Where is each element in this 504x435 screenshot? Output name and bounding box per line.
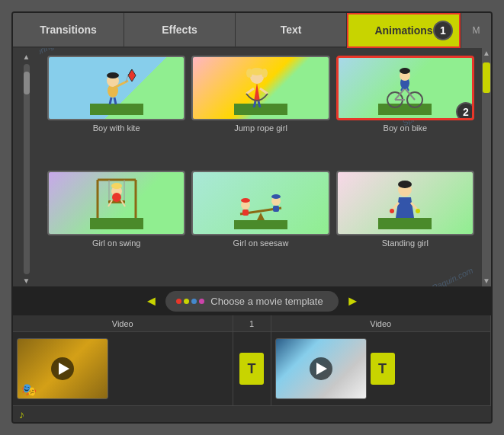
svg-point-59 (416, 209, 420, 213)
svg-rect-9 (234, 104, 287, 115)
svg-point-50 (271, 194, 281, 199)
badge-two: 2 (456, 102, 474, 120)
animation-thumb-jump-rope (191, 56, 329, 120)
timeline-headers: Video 1 Video (13, 315, 491, 332)
timeline-bottom: ♪ (13, 405, 491, 422)
scrollbar-thumb (24, 72, 30, 94)
svg-point-28 (400, 68, 410, 74)
svg-rect-48 (242, 210, 249, 216)
video-thumbnail-1[interactable]: 🎭 (17, 338, 108, 399)
animation-label-jump-rope: Jump rope girl (234, 123, 287, 133)
svg-point-40 (112, 193, 121, 202)
tab-text-label: Text (281, 24, 302, 36)
kite-character-svg (90, 62, 143, 115)
timeline: Video 1 Video 🎭 T (13, 315, 491, 422)
timeline-transition-cell: T (233, 332, 271, 405)
play-icon-2 (316, 363, 327, 375)
animation-label-girl-swing: Girl on swing (92, 238, 141, 248)
right-scroll-thumb[interactable] (483, 62, 490, 93)
animation-item-jump-rope[interactable]: Jump rope girl (191, 56, 329, 165)
svg-line-17 (254, 101, 255, 107)
animation-item-girl-swing[interactable]: Girl on swing (47, 171, 185, 280)
timeline-T-right[interactable]: T (371, 353, 395, 385)
animation-item-boy-kite[interactable]: Boy with kite (47, 56, 185, 165)
content-area: ▲ ▼ (13, 48, 491, 286)
transition-placeholder-T[interactable]: T (239, 353, 264, 385)
svg-marker-10 (254, 83, 260, 101)
svg-rect-51 (273, 206, 279, 212)
animation-thumb-standing-girl (336, 171, 474, 235)
tab-animations[interactable]: Animations 1 (347, 13, 461, 48)
dot-red (176, 299, 181, 304)
choose-template-button[interactable]: Choose a movie template (165, 291, 338, 312)
animation-thumb-boy-bike: 2 (336, 56, 474, 120)
svg-line-8 (114, 98, 116, 104)
badge-one: 1 (433, 21, 453, 40)
svg-line-18 (258, 101, 260, 107)
timeline-header-label-1: Video (112, 319, 133, 328)
standing-girl-svg (378, 176, 432, 229)
dot-icon (176, 299, 204, 304)
right-scroll-down[interactable]: ▼ (481, 276, 491, 286)
play-button-1[interactable] (51, 357, 74, 380)
svg-rect-52 (378, 218, 432, 229)
svg-point-14 (262, 69, 268, 78)
animation-label-seesaw: Girl on seesaw (233, 238, 289, 248)
tab-more-label: M (473, 25, 480, 36)
seesaw-character-svg (234, 176, 287, 229)
timeline-content: 🎭 T T (13, 332, 491, 405)
video-thumbnail-2[interactable] (275, 338, 367, 399)
swing-character-svg (90, 176, 143, 229)
jump-rope-character-svg (234, 62, 287, 115)
tab-effects[interactable]: Effects (124, 13, 236, 48)
timeline-header-video-1: Video (13, 315, 233, 331)
svg-marker-45 (257, 213, 265, 220)
svg-line-16 (260, 88, 268, 94)
svg-point-54 (398, 181, 412, 188)
animations-grid: Boy with kite (40, 48, 482, 286)
play-button-2[interactable] (310, 357, 332, 380)
svg-rect-19 (378, 104, 432, 115)
scroll-down-arrow[interactable]: ▼ (21, 276, 32, 286)
tab-more[interactable]: M (461, 13, 491, 48)
timeline-header-num: 1 (233, 315, 271, 331)
timeline-nav-icon[interactable]: ♪ (19, 408, 24, 421)
animation-item-boy-bike[interactable]: 2 Boy on bike (336, 56, 474, 165)
right-scrollbar: ▲ ▼ (482, 48, 491, 286)
main-container: SpringPaquin.com SpringPaquin.com Spring… (11, 11, 493, 424)
svg-point-58 (390, 209, 394, 213)
tab-transitions[interactable]: Transitions (13, 13, 124, 48)
svg-line-23 (405, 88, 415, 100)
animation-thumb-boy-kite (47, 56, 185, 120)
dot-blue (191, 299, 197, 304)
scroll-up-arrow[interactable]: ▲ (21, 52, 32, 62)
svg-rect-43 (234, 220, 287, 229)
template-arrow-right[interactable]: ► (339, 293, 368, 309)
svg-marker-55 (396, 197, 414, 218)
animation-thumb-seesaw (191, 171, 329, 235)
svg-point-3 (107, 72, 119, 78)
scrollbar-track[interactable] (24, 64, 30, 274)
bike-character-svg (378, 62, 432, 115)
animation-thumb-girl-swing (47, 171, 185, 235)
svg-line-22 (395, 88, 405, 100)
template-arrow-left[interactable]: ◄ (136, 293, 165, 309)
svg-line-7 (110, 98, 111, 104)
animation-item-seesaw[interactable]: Girl on seesaw (191, 171, 329, 280)
timeline-track-1: 🎭 (13, 332, 233, 405)
animation-item-standing-girl[interactable]: Standing girl (336, 171, 474, 280)
play-icon-1 (59, 363, 69, 375)
tabs-bar: Transitions Effects Text Animations 1 M (13, 13, 491, 48)
svg-point-13 (246, 69, 252, 78)
timeline-number: 1 (249, 319, 254, 328)
svg-rect-0 (90, 104, 143, 115)
dot-pink (199, 299, 204, 304)
svg-point-39 (111, 183, 122, 189)
right-scroll-up[interactable]: ▲ (481, 48, 491, 59)
choose-template-bar: ◄ Choose a movie template ► (13, 286, 491, 315)
animation-label-boy-bike: Boy on bike (384, 123, 427, 133)
dot-yellow (184, 299, 189, 304)
timeline-header-label-2: Video (370, 319, 391, 328)
timeline-header-video-2: Video (271, 315, 492, 331)
tab-text[interactable]: Text (236, 13, 347, 48)
